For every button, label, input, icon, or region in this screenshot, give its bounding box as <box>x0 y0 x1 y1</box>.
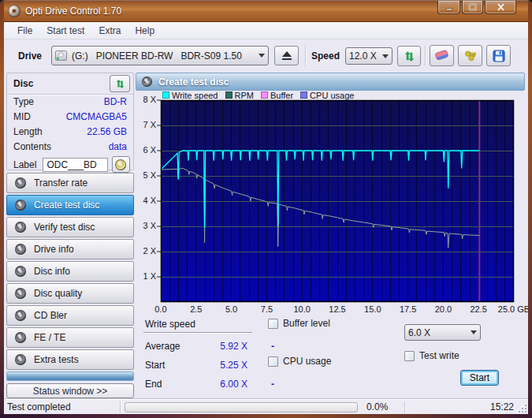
legend-swatch <box>225 91 233 99</box>
titlebar[interactable]: Opti Drive Control 1.70 <box>0 0 532 22</box>
cpu-usage-value: - <box>271 379 274 390</box>
x-tick-label: 15.0 <box>364 304 381 314</box>
toolbar-separator <box>305 46 306 66</box>
disc-icon <box>15 288 26 299</box>
drive-label: Drive <box>18 50 42 62</box>
field-value: BD-R <box>104 95 127 109</box>
disc-icon <box>15 332 26 343</box>
speed-select[interactable]: 12.0 X <box>345 47 392 65</box>
disc-field-contents: Contentsdata <box>7 140 133 155</box>
menu-file[interactable]: File <box>10 24 39 38</box>
maximize-icon <box>468 3 477 11</box>
progress-bar <box>125 402 358 412</box>
refresh-button[interactable] <box>397 46 421 66</box>
menu-start-test[interactable]: Start test <box>39 24 91 38</box>
drive-select[interactable]: (G:) PIONEER BD-RW BDR-S09 1.50 <box>51 46 269 65</box>
floppy-save-icon <box>493 50 505 62</box>
menubar: File Start test Extra Help <box>4 22 528 39</box>
save-button[interactable] <box>486 45 511 66</box>
sidebar-nav: Transfer rate Create test disc Verify te… <box>6 173 134 370</box>
keys-icon <box>463 50 477 62</box>
sidebar-item-label: Verify test disc <box>34 222 95 233</box>
buffer-level-value: - <box>271 341 274 352</box>
window-frame-left <box>0 0 4 418</box>
drive-icon <box>55 50 67 61</box>
statusbar-separator <box>120 401 121 413</box>
menu-help[interactable]: Help <box>128 24 162 38</box>
label-field-caption: Label <box>13 159 36 170</box>
speed-select-value: 12.0 X <box>349 50 379 62</box>
sidebar-item-label: Extra tests <box>34 354 79 365</box>
x-tick-label: 7.5 <box>261 304 273 314</box>
disc-icon <box>15 354 26 365</box>
speed-label: Speed <box>311 50 340 62</box>
cpu-usage-label: CPU usage <box>283 356 331 367</box>
disc-icon <box>15 177 26 188</box>
buffer-level-checkbox[interactable] <box>268 319 278 329</box>
sidebar-item-disc-info[interactable]: Disc info <box>6 261 134 282</box>
statusbar-separator <box>404 401 405 413</box>
minimize-button[interactable] <box>437 1 460 14</box>
y-tick-label: 3 X <box>136 221 156 230</box>
buffer-level-label: Buffer level <box>283 318 330 329</box>
erase-disc-button[interactable] <box>430 45 454 66</box>
maximize-button[interactable] <box>462 1 483 14</box>
sidebar-item-disc-quality[interactable]: Disc quality <box>6 283 134 304</box>
end-value: 6.00 X <box>192 379 247 390</box>
disc-icon <box>15 200 26 211</box>
test-write-checkbox[interactable] <box>404 351 415 361</box>
eject-icon <box>282 51 292 60</box>
window-frame-right <box>528 0 532 418</box>
eraser-icon <box>434 50 449 62</box>
legend-item: CPU usage <box>300 91 354 100</box>
field-label: Length <box>13 125 43 139</box>
disc-icon <box>15 310 26 321</box>
resize-grip[interactable] <box>519 405 526 412</box>
start-value: 5.25 X <box>192 360 247 371</box>
sidebar-item-label: Disc quality <box>34 288 82 299</box>
menu-extra[interactable]: Extra <box>91 24 128 38</box>
start-button[interactable]: Start <box>460 370 499 386</box>
sidebar-item-drive-info[interactable]: Drive info <box>6 239 134 259</box>
toolbar: Drive (G:) PIONEER BD-RW BDR-S09 1.50 Sp… <box>4 39 528 73</box>
y-axis-labels: 1 X2 X3 X4 X5 X6 X7 X8 X <box>136 100 158 302</box>
eject-button[interactable] <box>274 46 299 65</box>
field-value: CMCMAGBA5 <box>66 110 127 124</box>
section-title: Create test disc <box>158 77 229 88</box>
x-tick-label: 20.0 <box>435 304 452 314</box>
close-button[interactable] <box>485 1 516 14</box>
y-tick-label: 5 X <box>136 170 156 180</box>
buffer-level-checkbox-row: Buffer level <box>268 318 330 329</box>
sidebar-item-verify-test-disc[interactable]: Verify test disc <box>6 217 134 237</box>
sidebar-item-fe-te[interactable]: FE / TE <box>6 327 134 348</box>
burn-speed-select[interactable]: 6.0 X <box>404 324 481 341</box>
disc-panel-title: Disc <box>13 78 110 89</box>
sidebar-item-extra-tests[interactable]: Extra tests <box>6 349 134 370</box>
sidebar-item-cd-bler[interactable]: CD Bler <box>6 305 134 326</box>
x-tick-label: 25.0 GB <box>498 304 530 314</box>
y-tick-label: 2 X <box>136 246 156 256</box>
field-label: Contents <box>13 140 51 154</box>
sidebar-accent-strip <box>6 371 134 381</box>
disc-icon <box>15 244 26 255</box>
write-speed-chart <box>161 100 514 302</box>
write-label-button[interactable] <box>112 156 130 173</box>
disc-field-length: Length22.56 GB <box>7 125 133 140</box>
field-value: data <box>109 140 127 154</box>
legend-item: Buffer <box>261 91 293 100</box>
y-tick-label: 1 X <box>136 271 156 281</box>
sidebar-item-create-test-disc[interactable]: Create test disc <box>6 195 134 215</box>
license-keys-button[interactable] <box>458 45 482 66</box>
sidebar-item-transfer-rate[interactable]: Transfer rate <box>6 173 134 193</box>
cpu-usage-checkbox[interactable] <box>268 356 278 367</box>
disc-label-input[interactable]: ODC___BD <box>43 158 107 172</box>
app-disc-icon <box>8 5 20 17</box>
y-tick-label: 7 X <box>136 120 156 129</box>
status-window-button[interactable]: Status window >> <box>6 383 134 398</box>
refresh-arrows-icon <box>115 79 125 89</box>
start-label: Start <box>145 360 165 371</box>
refresh-disc-button[interactable] <box>110 75 130 92</box>
test-write-checkbox-row: Test write <box>404 350 459 361</box>
sidebar-item-label: FE / TE <box>34 332 65 343</box>
statusbar: Test completed 0.0% 15:22 <box>4 398 528 415</box>
